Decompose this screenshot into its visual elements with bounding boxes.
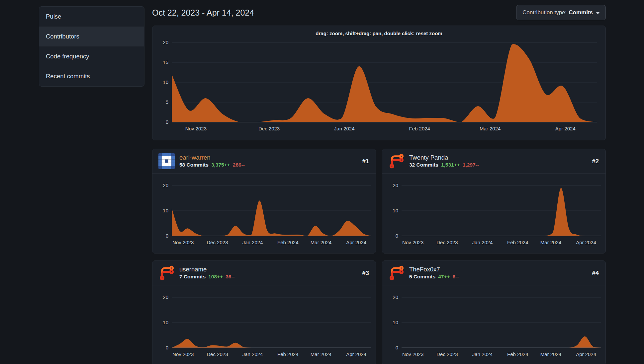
deletions-count: 36-- bbox=[226, 274, 235, 280]
svg-text:Nov 2023: Nov 2023 bbox=[185, 126, 207, 131]
sidebar-item-contributors[interactable]: Contributors bbox=[39, 27, 144, 46]
contributor-cards-grid: earl-warren 58 Commits 3,375++ 286-- #1 … bbox=[152, 149, 606, 364]
contributor-rank: #2 bbox=[592, 158, 599, 165]
contributor-card: earl-warren 58 Commits 3,375++ 286-- #1 … bbox=[152, 149, 376, 254]
contributor-chart[interactable]: 01020Nov 2023Dec 2023Jan 2024Feb 2024Mar… bbox=[382, 285, 605, 364]
svg-text:10: 10 bbox=[393, 208, 398, 213]
commit-count: 58 Commits bbox=[179, 162, 209, 168]
svg-text:10: 10 bbox=[163, 320, 168, 325]
svg-text:10: 10 bbox=[393, 320, 398, 325]
chevron-down-icon bbox=[596, 12, 599, 14]
main-contributions-chart[interactable]: 05101520Nov 2023Dec 2023Jan 2024Feb 2024… bbox=[152, 38, 605, 140]
contributor-stats: 7 Commits 108++ 36-- bbox=[179, 274, 235, 280]
contributor-card-header: earl-warren 58 Commits 3,375++ 286-- #1 bbox=[152, 149, 376, 174]
contributor-name-link[interactable]: Twenty Panda bbox=[409, 154, 479, 161]
svg-text:Dec 2023: Dec 2023 bbox=[436, 240, 458, 245]
contributor-card: username 7 Commits 108++ 36-- #3 01020No… bbox=[152, 260, 376, 364]
forgejo-logo-icon bbox=[158, 265, 175, 281]
svg-text:Jan 2024: Jan 2024 bbox=[472, 351, 493, 357]
svg-text:Jan 2024: Jan 2024 bbox=[334, 126, 355, 131]
contribution-type-value: Commits bbox=[569, 9, 593, 16]
svg-text:0: 0 bbox=[166, 233, 168, 239]
avatar bbox=[158, 153, 175, 169]
sidebar-item-pulse[interactable]: Pulse bbox=[39, 7, 144, 27]
deletions-count: 6-- bbox=[453, 274, 459, 280]
deletions-count: 286-- bbox=[233, 162, 245, 168]
svg-text:Mar 2024: Mar 2024 bbox=[540, 351, 561, 357]
svg-text:Feb 2024: Feb 2024 bbox=[507, 351, 528, 357]
contributor-card-header: username 7 Commits 108++ 36-- #3 bbox=[152, 261, 376, 285]
avatar bbox=[158, 265, 175, 281]
contributor-rank: #4 bbox=[592, 269, 599, 277]
svg-text:Nov 2023: Nov 2023 bbox=[402, 240, 423, 245]
contributor-name-link[interactable]: username bbox=[179, 266, 235, 273]
sidebar-item-recent-commits[interactable]: Recent commits bbox=[39, 66, 144, 86]
contribution-type-dropdown[interactable]: Contribution type: Commits bbox=[516, 5, 606, 20]
svg-text:Apr 2024: Apr 2024 bbox=[346, 351, 366, 357]
contributor-meta: TheFox0x7 5 Commits 47++ 6-- bbox=[409, 266, 459, 280]
contributor-chart[interactable]: 01020Nov 2023Dec 2023Jan 2024Feb 2024Mar… bbox=[152, 285, 376, 364]
svg-text:5: 5 bbox=[166, 99, 168, 105]
svg-text:20: 20 bbox=[163, 182, 168, 188]
contributor-stats: 32 Commits 1,531++ 1,297-- bbox=[409, 162, 479, 168]
svg-text:20: 20 bbox=[393, 294, 398, 300]
svg-text:Dec 2023: Dec 2023 bbox=[436, 351, 458, 357]
svg-text:0: 0 bbox=[166, 345, 168, 350]
svg-text:Apr 2024: Apr 2024 bbox=[576, 351, 596, 357]
contributor-stats: 58 Commits 3,375++ 286-- bbox=[179, 162, 245, 168]
svg-text:15: 15 bbox=[163, 59, 168, 65]
svg-text:Dec 2023: Dec 2023 bbox=[258, 126, 280, 131]
svg-text:Dec 2023: Dec 2023 bbox=[207, 240, 228, 245]
commit-count: 7 Commits bbox=[179, 274, 206, 280]
contributors-main: Oct 22, 2023 - Apr 14, 2024 Contribution… bbox=[152, 0, 606, 364]
date-range-heading: Oct 22, 2023 - Apr 14, 2024 bbox=[152, 8, 254, 18]
avatar bbox=[388, 153, 405, 169]
contributor-name-link[interactable]: TheFox0x7 bbox=[409, 266, 459, 273]
svg-text:Feb 2024: Feb 2024 bbox=[507, 240, 528, 245]
svg-text:Feb 2024: Feb 2024 bbox=[277, 351, 298, 357]
chart-svg: 01020Nov 2023Dec 2023Jan 2024Feb 2024Mar… bbox=[382, 174, 605, 253]
svg-text:Mar 2024: Mar 2024 bbox=[311, 351, 331, 357]
contributor-chart[interactable]: 01020Nov 2023Dec 2023Jan 2024Feb 2024Mar… bbox=[382, 174, 605, 253]
contributor-card: TheFox0x7 5 Commits 47++ 6-- #4 01020Nov… bbox=[382, 260, 606, 364]
forgejo-logo-icon bbox=[388, 265, 405, 281]
sidebar-item-code-frequency[interactable]: Code frequency bbox=[39, 46, 144, 66]
svg-text:Mar 2024: Mar 2024 bbox=[480, 126, 501, 131]
contributor-card-header: TheFox0x7 5 Commits 47++ 6-- #4 bbox=[382, 261, 605, 285]
topbar: Oct 22, 2023 - Apr 14, 2024 Contribution… bbox=[152, 5, 606, 20]
svg-text:20: 20 bbox=[163, 39, 168, 45]
contribution-type-label: Contribution type: bbox=[522, 9, 567, 16]
svg-text:Jan 2024: Jan 2024 bbox=[472, 240, 493, 245]
commit-count: 32 Commits bbox=[409, 162, 438, 168]
sidebar-item-label: Code frequency bbox=[46, 53, 89, 60]
main-chart-card: drag: zoom, shift+drag: pan, double clic… bbox=[152, 26, 606, 140]
svg-text:Mar 2024: Mar 2024 bbox=[311, 240, 331, 245]
svg-text:Apr 2024: Apr 2024 bbox=[576, 240, 596, 245]
activity-sidebar-menu: Pulse Contributors Code frequency Recent… bbox=[39, 6, 144, 87]
commit-count: 5 Commits bbox=[409, 274, 435, 280]
contributor-card-header: Twenty Panda 32 Commits 1,531++ 1,297-- … bbox=[382, 149, 605, 174]
svg-text:10: 10 bbox=[163, 208, 168, 213]
chart-svg: 05101520Nov 2023Dec 2023Jan 2024Feb 2024… bbox=[152, 38, 605, 140]
sidebar-item-label: Pulse bbox=[46, 13, 61, 20]
sidebar-item-label: Contributors bbox=[46, 33, 79, 40]
chart-svg: 01020Nov 2023Dec 2023Jan 2024Feb 2024Mar… bbox=[382, 285, 605, 364]
additions-count: 3,375++ bbox=[211, 162, 230, 168]
svg-text:Nov 2023: Nov 2023 bbox=[172, 240, 194, 245]
svg-text:Feb 2024: Feb 2024 bbox=[277, 240, 298, 245]
chart-zoom-hint: drag: zoom, shift+drag: pan, double clic… bbox=[152, 31, 605, 38]
svg-text:Apr 2024: Apr 2024 bbox=[346, 240, 366, 245]
svg-text:Feb 2024: Feb 2024 bbox=[409, 126, 430, 131]
contributor-chart[interactable]: 01020Nov 2023Dec 2023Jan 2024Feb 2024Mar… bbox=[152, 174, 376, 253]
additions-count: 108++ bbox=[208, 274, 223, 280]
svg-text:0: 0 bbox=[166, 119, 168, 125]
deletions-count: 1,297-- bbox=[463, 162, 479, 168]
identicon-icon bbox=[158, 153, 175, 169]
chart-svg: 01020Nov 2023Dec 2023Jan 2024Feb 2024Mar… bbox=[152, 285, 376, 364]
contributor-stats: 5 Commits 47++ 6-- bbox=[409, 274, 459, 280]
sidebar-item-label: Recent commits bbox=[46, 73, 90, 80]
svg-text:Nov 2023: Nov 2023 bbox=[402, 351, 423, 357]
svg-text:20: 20 bbox=[393, 182, 398, 188]
contributor-name-link[interactable]: earl-warren bbox=[179, 154, 245, 161]
contributor-rank: #3 bbox=[362, 269, 369, 277]
